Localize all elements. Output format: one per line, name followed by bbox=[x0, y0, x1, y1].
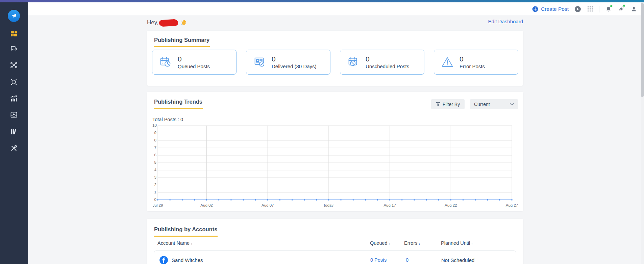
edit-dashboard-link[interactable]: Edit Dashboard bbox=[488, 19, 523, 24]
y-axis-tick: 1 bbox=[152, 190, 156, 194]
analytics-chart-icon bbox=[10, 95, 18, 103]
topbar-divider bbox=[599, 6, 599, 12]
dashboard-icon bbox=[10, 30, 18, 38]
trend-range-value: Current bbox=[474, 102, 490, 107]
trend-range-dropdown[interactable]: Current bbox=[470, 99, 518, 109]
y-axis-tick: 8 bbox=[152, 138, 156, 142]
column-planned-until[interactable]: Planned Until↑ bbox=[441, 240, 473, 246]
publishing-trends-title: Publishing Trends bbox=[154, 99, 203, 109]
account-name: Sand Witches bbox=[172, 257, 203, 263]
library-books-icon bbox=[10, 128, 18, 136]
greeting-text: Hey, bbox=[147, 19, 158, 26]
column-errors[interactable]: Errors↓ bbox=[404, 240, 420, 246]
sidebar-item-posts[interactable] bbox=[9, 44, 19, 54]
topbar: Create Post bbox=[28, 2, 644, 16]
publishing-summary-section: Publishing Summary 0 Queued Posts bbox=[147, 31, 523, 86]
page-scrollbar bbox=[641, 2, 644, 264]
total-posts-label: Total Posts : 0 bbox=[152, 117, 183, 122]
inbox-download-icon bbox=[10, 111, 18, 119]
y-axis-tick: 2 bbox=[152, 183, 156, 187]
sidebar-item-inbox[interactable] bbox=[9, 110, 19, 120]
plus-circle-icon bbox=[532, 6, 538, 12]
calendar-ban-icon bbox=[346, 55, 361, 69]
x-axis-tick: Aug 17 bbox=[383, 203, 396, 207]
chevron-down-icon bbox=[510, 103, 514, 106]
y-axis-tick: 7 bbox=[152, 146, 156, 150]
error-posts-value: 0 bbox=[460, 55, 485, 63]
queued-posts-link[interactable]: 0 Posts bbox=[370, 257, 387, 263]
x-axis-tick: today bbox=[324, 203, 333, 207]
connect-accounts-button[interactable] bbox=[618, 5, 625, 12]
greeting-row: Hey, Edit Dashboard bbox=[147, 18, 523, 27]
create-post-button[interactable]: Create Post bbox=[532, 6, 569, 12]
y-axis-tick: 9 bbox=[152, 131, 156, 135]
account-row: Sand Witches 0 Posts 0 Not Scheduled bbox=[154, 250, 516, 264]
y-axis-tick: 0 bbox=[152, 197, 156, 202]
error-posts-label: Error Posts bbox=[460, 63, 485, 69]
errors-link[interactable]: 0 bbox=[406, 257, 408, 263]
delivered-posts-card[interactable]: 0 Delivered (30 Days) bbox=[246, 50, 330, 75]
publishing-by-accounts-section: Publishing by Accounts Account Name↑ Que… bbox=[147, 219, 523, 264]
paper-plane-logo-icon bbox=[10, 12, 17, 19]
y-axis-tick: 4 bbox=[152, 168, 156, 172]
column-account-name[interactable]: Account Name↑ bbox=[157, 240, 193, 246]
y-axis-tick: 6 bbox=[152, 153, 156, 157]
post-bubble-pencil-icon bbox=[10, 45, 18, 53]
publishing-trends-section: Publishing Trends Filter By Current Tota… bbox=[147, 92, 523, 211]
queued-posts-value: 0 bbox=[178, 55, 210, 63]
scrollbar-thumb[interactable] bbox=[641, 3, 644, 97]
x-axis-tick: Aug 22 bbox=[445, 203, 457, 207]
waving-hand-icon bbox=[181, 20, 187, 26]
sort-desc-icon: ↓ bbox=[418, 241, 420, 245]
notifications-button[interactable] bbox=[605, 6, 612, 12]
grid-apps-icon bbox=[587, 6, 593, 12]
user-icon bbox=[630, 6, 637, 12]
apps-grid-button[interactable] bbox=[587, 6, 593, 12]
top-gradient-strip bbox=[0, 0, 644, 2]
sidebar-item-logo[interactable] bbox=[8, 10, 20, 22]
sort-asc-icon: ↑ bbox=[191, 241, 193, 245]
sidebar-item-audience[interactable] bbox=[9, 77, 19, 87]
sidebar-item-dashboard[interactable] bbox=[9, 29, 19, 39]
unscheduled-posts-value: 0 bbox=[366, 55, 409, 63]
filter-by-button[interactable]: Filter By bbox=[431, 99, 465, 109]
tools-icon bbox=[10, 144, 18, 152]
unscheduled-posts-label: Unscheduled Posts bbox=[366, 63, 409, 69]
play-circle-icon bbox=[574, 6, 581, 12]
target-circle-icon bbox=[10, 78, 18, 86]
publishing-summary-title: Publishing Summary bbox=[154, 37, 210, 47]
filter-by-label: Filter By bbox=[443, 102, 460, 107]
sidebar bbox=[0, 2, 28, 264]
sidebar-item-library[interactable] bbox=[9, 127, 19, 137]
sidebar-item-tools[interactable] bbox=[9, 143, 19, 153]
document-check-icon bbox=[252, 55, 267, 69]
warning-triangle-icon bbox=[440, 55, 454, 69]
error-posts-card[interactable]: 0 Error Posts bbox=[434, 50, 518, 75]
accounts-table-header: Account Name↑ Queued↑ Errors↓ Planned Un… bbox=[147, 240, 523, 247]
column-queued[interactable]: Queued↑ bbox=[370, 240, 390, 246]
y-axis-tick: 3 bbox=[152, 175, 156, 179]
x-axis-tick: Aug 07 bbox=[262, 203, 274, 207]
create-post-label: Create Post bbox=[541, 6, 569, 12]
redacted-name bbox=[159, 19, 177, 26]
sidebar-item-analytics[interactable] bbox=[9, 94, 19, 104]
y-axis-tick: 10 bbox=[152, 123, 156, 127]
x-axis-tick: Aug 02 bbox=[200, 203, 213, 207]
sidebar-item-connect[interactable] bbox=[9, 60, 19, 70]
planned-until-value: Not Scheduled bbox=[441, 257, 474, 263]
notification-status-dot bbox=[610, 5, 613, 7]
sort-asc-icon: ↑ bbox=[471, 241, 473, 245]
x-axis-tick: Aug 27 bbox=[506, 203, 518, 207]
media-play-button[interactable] bbox=[574, 6, 581, 12]
app-window: Create Post bbox=[0, 0, 644, 264]
unscheduled-posts-card[interactable]: 0 Unscheduled Posts bbox=[340, 50, 424, 75]
queued-posts-label: Queued Posts bbox=[178, 63, 210, 69]
facebook-icon bbox=[159, 256, 168, 264]
connect-status-dot bbox=[623, 4, 625, 7]
x-axis-tick: Jul 29 bbox=[153, 203, 163, 207]
calendar-clock-icon bbox=[158, 55, 173, 69]
queued-posts-card[interactable]: 0 Queued Posts bbox=[152, 50, 237, 75]
sort-asc-icon: ↑ bbox=[389, 241, 391, 245]
user-profile-button[interactable] bbox=[630, 6, 637, 12]
network-nodes-icon bbox=[10, 61, 18, 69]
